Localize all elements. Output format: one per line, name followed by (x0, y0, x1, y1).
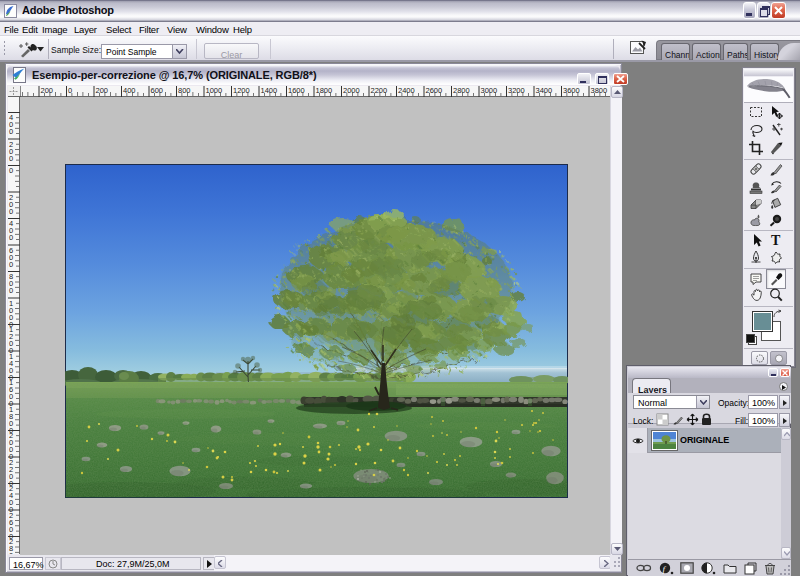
svg-text:2600: 2600 (426, 86, 443, 95)
svg-text:3600: 3600 (563, 86, 580, 95)
svg-text:2200: 2200 (371, 86, 388, 95)
svg-text:3200: 3200 (508, 86, 525, 95)
svg-text:0: 0 (9, 154, 13, 163)
svg-text:0: 0 (9, 260, 13, 269)
svg-text:1000: 1000 (206, 86, 223, 95)
svg-text:200: 200 (41, 86, 54, 95)
svg-text:800: 800 (178, 86, 191, 95)
svg-text:1800: 1800 (316, 86, 333, 95)
svg-text:0: 0 (9, 127, 13, 136)
svg-text:0: 0 (9, 551, 13, 554)
svg-text:0: 0 (9, 233, 13, 242)
svg-text:3000: 3000 (481, 86, 498, 95)
svg-text:2000: 2000 (343, 86, 360, 95)
svg-text:0: 0 (9, 166, 13, 175)
svg-text:T: T (771, 233, 781, 248)
svg-text:0: 0 (9, 286, 13, 295)
svg-text:0: 0 (9, 207, 13, 216)
svg-text:2800: 2800 (453, 86, 470, 95)
svg-text:400: 400 (123, 86, 136, 95)
svg-text:1400: 1400 (261, 86, 278, 95)
svg-text:1600: 1600 (288, 86, 305, 95)
svg-text:200: 200 (96, 86, 109, 95)
svg-text:3800: 3800 (591, 86, 608, 95)
svg-text:1200: 1200 (233, 86, 250, 95)
svg-text:2400: 2400 (398, 86, 415, 95)
svg-text:3400: 3400 (536, 86, 553, 95)
svg-text:600: 600 (151, 86, 164, 95)
